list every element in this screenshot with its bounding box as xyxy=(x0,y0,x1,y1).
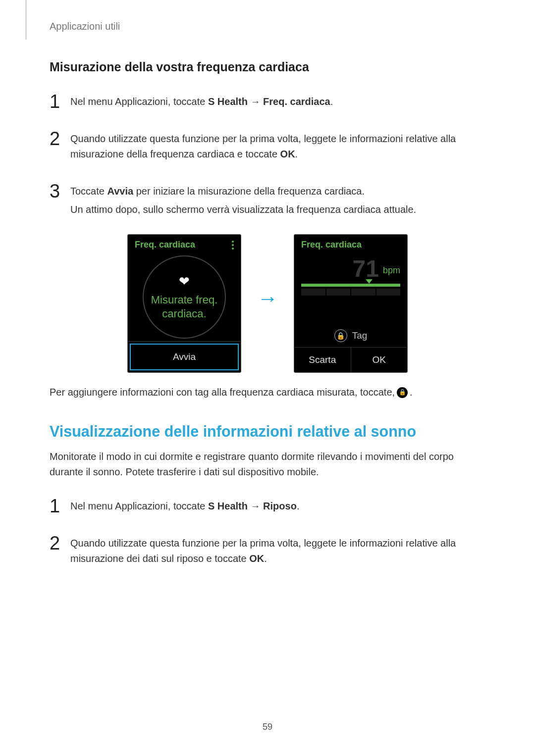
device-mid: 71 bpm 🔒 Tag xyxy=(294,253,407,347)
ok-button[interactable]: OK xyxy=(351,348,408,372)
device-bottom: Avvia xyxy=(128,341,241,372)
device-header: Freq. cardiaca xyxy=(128,235,241,253)
text: . xyxy=(297,501,300,511)
avvia-highlight: Avvia xyxy=(130,344,239,370)
step-body: Quando utilizzate questa funzione per la… xyxy=(70,536,485,569)
text: Quando utilizzate questa funzione per la… xyxy=(70,133,456,159)
arrow-text: → xyxy=(248,96,263,107)
page-number: 59 xyxy=(0,722,535,732)
range-bar xyxy=(301,284,400,287)
step-1: 1 Nel menu Applicazioni, toccate S Healt… xyxy=(50,89,485,112)
discard-button[interactable]: Scarta xyxy=(294,348,351,372)
tag-row[interactable]: 🔒 Tag xyxy=(301,329,400,342)
bar-zone xyxy=(301,284,400,296)
tag-inline-icon: 🔒 xyxy=(397,387,408,398)
text: per iniziare la misurazione della freque… xyxy=(133,186,365,197)
step-body: Nel menu Applicazioni, toccate S Health … xyxy=(70,499,299,517)
device-title: Freq. cardiaca xyxy=(135,240,195,250)
device-mid: ❤︎ Misurate freq. cardiaca. xyxy=(128,253,241,341)
arrow-text: → xyxy=(248,501,263,511)
step-2: 2 Quando utilizzate questa funzione per … xyxy=(50,126,485,165)
step-body: Quando utilizzate questa funzione per la… xyxy=(70,131,485,165)
text: Misurate freq. xyxy=(151,294,218,306)
text: Toccate xyxy=(70,186,107,197)
step-number: 1 xyxy=(50,497,70,515)
text: Nel menu Applicazioni, toccate xyxy=(70,96,208,107)
bold-text: S Health xyxy=(208,96,248,107)
steps-list-1: 1 Nel menu Applicazioni, toccate S Healt… xyxy=(50,89,485,220)
bold-text: Avvia xyxy=(107,186,133,197)
bpm-value: 71 xyxy=(353,257,379,281)
text: Nel menu Applicazioni, toccate xyxy=(70,501,208,511)
breadcrumb: Applicazioni utili xyxy=(50,21,485,32)
device-title: Freq. cardiaca xyxy=(301,240,362,250)
step-3: 3 Toccate Avvia per iniziare la misurazi… xyxy=(50,179,485,220)
page-content: Applicazioni utili Misurazione della vos… xyxy=(0,0,535,569)
step-number: 3 xyxy=(50,182,70,201)
heart-icon: ❤︎ xyxy=(179,274,190,289)
text: Un attimo dopo, sullo schermo verrà visu… xyxy=(70,202,416,217)
bpm-row: 71 bpm xyxy=(301,257,400,281)
after-shot-text: Per aggiungere informazioni con tag alla… xyxy=(50,385,485,400)
text: . xyxy=(330,96,333,107)
text: . xyxy=(264,553,267,564)
side-rule xyxy=(26,0,26,40)
step-number: 1 xyxy=(50,92,70,111)
shade-bars xyxy=(301,289,400,296)
bold-text: OK xyxy=(249,553,264,564)
circle-text: Misurate freq. cardiaca. xyxy=(151,293,218,320)
bpm-label: bpm xyxy=(383,265,400,281)
device-header: Freq. cardiaca xyxy=(294,235,407,253)
text: cardiaca. xyxy=(162,307,206,320)
avvia-button[interactable]: Avvia xyxy=(134,348,235,366)
section-heading-hr: Misurazione della vostra frequenza cardi… xyxy=(50,60,485,74)
step-body: Nel menu Applicazioni, toccate S Health … xyxy=(70,94,333,112)
section-heading-sleep: Visualizzazione delle informazioni relat… xyxy=(50,423,485,440)
arrow-right-icon: → xyxy=(257,287,278,310)
step-number: 2 xyxy=(50,534,70,553)
step-body: Toccate Avvia per iniziare la misurazion… xyxy=(70,184,416,220)
steps-list-2: 1 Nel menu Applicazioni, toccate S Healt… xyxy=(50,494,485,569)
bold-text: OK xyxy=(280,149,295,159)
more-icon[interactable] xyxy=(232,241,234,250)
text: . xyxy=(410,385,413,400)
bold-text: Freq. cardiaca xyxy=(263,96,330,107)
step-number: 2 xyxy=(50,129,70,148)
bold-text: S Health xyxy=(208,501,248,511)
bold-text: Riposo xyxy=(263,501,297,511)
text: . xyxy=(295,149,298,159)
device-bottom: Scarta OK xyxy=(294,347,407,372)
measure-circle: ❤︎ Misurate freq. cardiaca. xyxy=(143,255,226,339)
tag-label: Tag xyxy=(352,330,368,341)
device-left: Freq. cardiaca ❤︎ Misurate freq. cardiac… xyxy=(127,234,241,373)
step-2: 2 Quando utilizzate questa funzione per … xyxy=(50,531,485,569)
intro-paragraph: Monitorate il modo in cui dormite e regi… xyxy=(50,449,485,480)
tag-icon: 🔒 xyxy=(334,329,347,342)
device-screenshots: Freq. cardiaca ❤︎ Misurate freq. cardiac… xyxy=(50,234,485,373)
step-1: 1 Nel menu Applicazioni, toccate S Healt… xyxy=(50,494,485,517)
device-right: Freq. cardiaca 71 bpm 🔒 Tag xyxy=(294,234,408,373)
text: Per aggiungere informazioni con tag alla… xyxy=(50,385,395,400)
